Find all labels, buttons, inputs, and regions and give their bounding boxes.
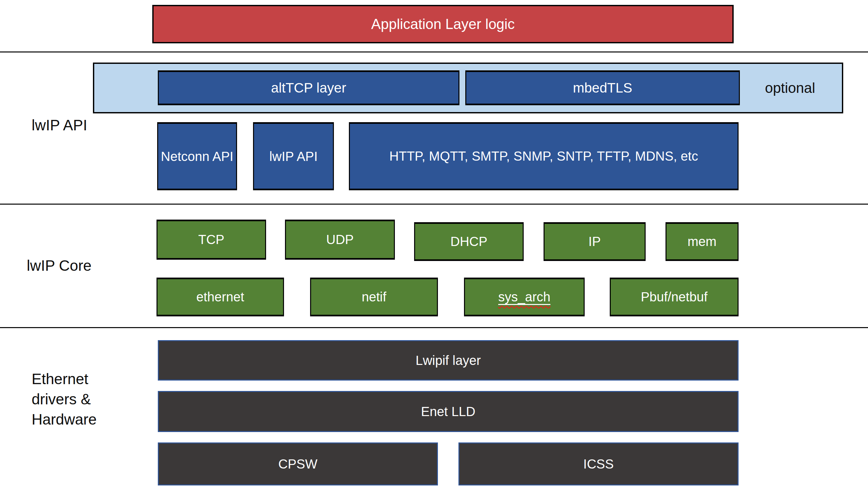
dhcp-label: DHCP: [450, 234, 487, 249]
drivers-section-label-line3: Hardware: [32, 409, 116, 429]
alttcp-layer-label: altTCP layer: [271, 80, 346, 96]
cpsw-box: CPSW: [158, 442, 438, 486]
netif-box: netif: [310, 278, 438, 316]
lwipif-layer-label: Lwipif layer: [415, 353, 481, 368]
lwip-architecture-diagram: Application Layer logic altTCP layer mbe…: [0, 0, 868, 491]
icss-label: ICSS: [584, 457, 614, 471]
sys-arch-label: sys_arch: [498, 290, 550, 304]
optional-label: optional: [739, 64, 841, 112]
alttcp-layer-box: altTCP layer: [158, 70, 459, 105]
optional-container-box: altTCP layer mbedTLS optional: [93, 63, 843, 113]
drivers-section-label-line2: drivers &: [32, 389, 116, 409]
netif-label: netif: [362, 290, 386, 304]
ethernet-label: ethernet: [196, 290, 244, 304]
netconn-api-box: Netconn API: [157, 122, 237, 190]
mem-box: mem: [666, 222, 738, 261]
protocols-box: HTTP, MQTT, SMTP, SNMP, SNTP, TFTP, MDNS…: [349, 122, 738, 190]
ethernet-box: ethernet: [157, 278, 284, 316]
lwip-api-section-label: lwIP API: [32, 116, 87, 134]
section-divider-3: [0, 327, 868, 328]
tcp-label: TCP: [198, 232, 224, 247]
tcp-box: TCP: [157, 220, 266, 260]
drivers-section-label-line1: Ethernet: [32, 369, 116, 389]
icss-box: ICSS: [458, 442, 738, 486]
sys-arch-box: sys_arch: [464, 278, 585, 316]
pbuf-netbuf-box: Pbuf/netbuf: [610, 278, 738, 316]
mbedtls-label: mbedTLS: [573, 80, 632, 96]
cpsw-label: CPSW: [278, 457, 318, 471]
ip-label: IP: [589, 234, 601, 249]
dhcp-box: DHCP: [414, 222, 524, 261]
section-divider-2: [0, 204, 868, 205]
udp-label: UDP: [326, 232, 353, 247]
application-layer-label: Application Layer logic: [371, 16, 515, 32]
drivers-section-label: Ethernet drivers & Hardware: [32, 369, 116, 429]
application-layer-box: Application Layer logic: [152, 5, 734, 43]
mbedtls-box: mbedTLS: [465, 70, 740, 105]
ip-box: IP: [544, 222, 646, 261]
mem-label: mem: [688, 234, 717, 249]
lwipif-layer-box: Lwipif layer: [158, 340, 738, 380]
protocols-label: HTTP, MQTT, SMTP, SNMP, SNTP, TFTP, MDNS…: [389, 149, 698, 164]
enet-lld-box: Enet LLD: [158, 391, 738, 432]
netconn-api-label: Netconn API: [161, 144, 233, 169]
enet-lld-label: Enet LLD: [421, 404, 476, 419]
spellcheck-underline: sys_arch: [498, 290, 550, 304]
lwip-api-box: lwIP API: [253, 122, 334, 190]
udp-box: UDP: [285, 220, 395, 260]
lwip-core-section-label: lwIP Core: [27, 257, 91, 275]
pbuf-netbuf-label: Pbuf/netbuf: [641, 290, 708, 304]
lwip-api-label: lwIP API: [269, 144, 318, 169]
section-divider-1: [0, 52, 868, 53]
